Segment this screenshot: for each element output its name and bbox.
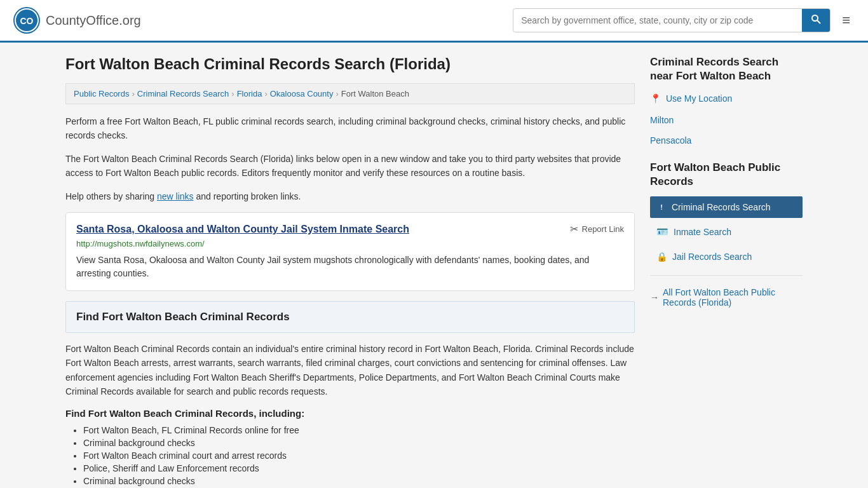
svg-text:CO: CO — [20, 16, 34, 26]
intro-p1: Perform a free Fort Walton Beach, FL pub… — [65, 114, 635, 143]
exclaim-icon: ! — [656, 202, 667, 212]
list-item: Police, Sheriff and Law Enforcement reco… — [83, 463, 635, 473]
sidebar-item-jail-records[interactable]: 🔒 Jail Records Search — [650, 246, 803, 268]
logo-icon: CO — [13, 6, 41, 34]
list-item: Fort Walton Beach criminal court and arr… — [83, 451, 635, 461]
logo-area: CO CountyOffice.org — [13, 6, 141, 34]
search-button[interactable] — [802, 9, 830, 32]
intro-p3: Help others by sharing new links and rep… — [65, 189, 635, 203]
list-item: Fort Walton Beach, FL Criminal Records o… — [83, 425, 635, 435]
breadcrumb-current: Fort Walton Beach — [341, 89, 409, 98]
breadcrumb-okaloosa[interactable]: Okaloosa County — [270, 89, 334, 98]
page-title: Fort Walton Beach Criminal Records Searc… — [65, 55, 635, 73]
sidebar-public-records-section: Fort Walton Beach Public Records ! Crimi… — [650, 161, 803, 311]
link-card-title: Santa Rosa, Okaloosa and Walton County J… — [76, 223, 409, 235]
breadcrumb-public-records[interactable]: Public Records — [74, 89, 129, 98]
sidebar-nearby-milton[interactable]: Milton — [650, 112, 803, 128]
find-heading: Find Fort Walton Beach Criminal Records — [76, 311, 624, 323]
hamburger-menu-button[interactable]: ≡ — [837, 10, 855, 31]
link-card-header: Santa Rosa, Okaloosa and Walton County J… — [76, 223, 624, 235]
criminal-records-link[interactable]: Criminal Records Search — [672, 202, 771, 212]
svg-point-4 — [812, 15, 818, 21]
content-area: Fort Walton Beach Criminal Records Searc… — [65, 55, 635, 488]
sidebar-public-records-title: Fort Walton Beach Public Records — [650, 161, 803, 189]
link-url: http://mugshots.nwfdailynews.com/ — [76, 239, 624, 248]
find-body: Fort Walton Beach Criminal Records conta… — [65, 342, 635, 399]
sidebar-nearby-pensacola[interactable]: Pensacola — [650, 133, 803, 148]
link-desc: View Santa Rosa, Okaloosa and Walton Cou… — [76, 254, 624, 280]
site-header: CO CountyOffice.org ≡ — [0, 0, 868, 43]
search-bar — [513, 8, 831, 32]
arrow-icon: → — [650, 292, 659, 302]
id-icon: 🪪 — [656, 226, 668, 238]
inmate-search-link[interactable]: Inmate Search — [674, 227, 731, 237]
sidebar-item-inmate-search[interactable]: 🪪 Inmate Search — [650, 220, 803, 243]
sidebar-all-records-link[interactable]: → All Fort Walton Beach Public Records (… — [650, 283, 803, 311]
sidebar-nearby-title: Criminal Records Search near Fort Walton… — [650, 55, 803, 83]
intro-description: Perform a free Fort Walton Beach, FL pub… — [65, 114, 635, 203]
location-pin-icon: 📍 — [650, 93, 661, 104]
search-input[interactable] — [513, 10, 802, 30]
new-links-link[interactable]: new links — [157, 191, 194, 201]
find-subheading: Find Fort Walton Beach Criminal Records,… — [65, 408, 635, 419]
list-item: Criminal background checks — [83, 438, 635, 448]
main-wrapper: Fort Walton Beach Criminal Records Searc… — [53, 43, 815, 488]
find-section-heading: Find Fort Walton Beach Criminal Records — [65, 301, 635, 333]
logo-text: CountyOffice.org — [46, 13, 141, 28]
list-item: Criminal background checks — [83, 476, 635, 486]
breadcrumb-criminal-records[interactable]: Criminal Records Search — [137, 89, 229, 98]
breadcrumb-florida[interactable]: Florida — [237, 89, 262, 98]
sidebar-nearby-section: Criminal Records Search near Fort Walton… — [650, 55, 803, 148]
link-card-title-link[interactable]: Santa Rosa, Okaloosa and Walton County J… — [76, 224, 409, 234]
jail-records-link[interactable]: Jail Records Search — [672, 252, 752, 262]
sidebar-use-my-location: 📍 Use My Location — [650, 91, 803, 106]
scissors-icon: ✂ — [570, 223, 578, 235]
intro-p2: The Fort Walton Beach Criminal Records S… — [65, 152, 635, 180]
records-list: Fort Walton Beach, FL Criminal Records o… — [65, 425, 635, 486]
sidebar-divider — [650, 275, 803, 276]
lock-icon: 🔒 — [656, 252, 667, 262]
header-right: ≡ — [513, 8, 855, 32]
link-card: Santa Rosa, Okaloosa and Walton County J… — [65, 212, 635, 291]
sidebar: Criminal Records Search near Fort Walton… — [650, 55, 803, 488]
use-my-location-link[interactable]: Use My Location — [666, 93, 732, 104]
svg-line-5 — [817, 20, 820, 24]
breadcrumb: Public Records › Criminal Records Search… — [65, 83, 635, 104]
report-link-button[interactable]: ✂ Report Link — [570, 223, 624, 235]
sidebar-item-criminal-records[interactable]: ! Criminal Records Search — [650, 196, 803, 218]
